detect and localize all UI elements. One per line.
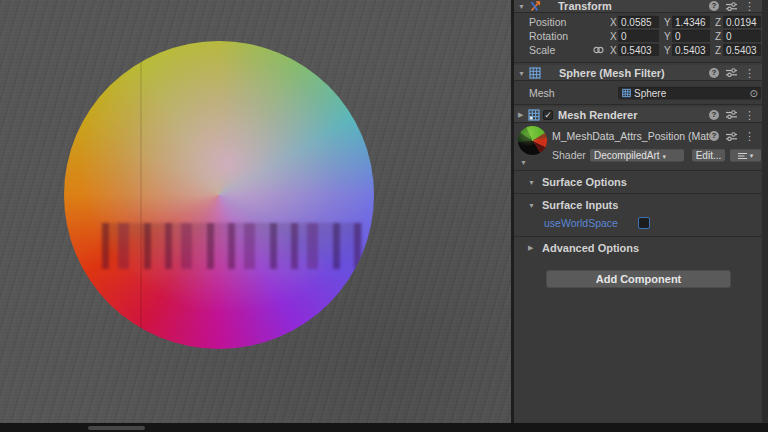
material-name: M_MeshData_Attrs_Position (Mat: [552, 130, 712, 142]
more-menu-icon[interactable]: ⋮: [744, 110, 755, 120]
mesh-filter-title: Sphere (Mesh Filter): [559, 67, 665, 79]
mesh-object-field[interactable]: Sphere ⊙: [618, 86, 761, 99]
divider: [514, 170, 762, 171]
y-axis-label: Y: [664, 16, 671, 27]
transform-icon: [529, 0, 542, 12]
rotation-row: Rotation X 0 Y 0 Z 0: [514, 29, 762, 42]
material-foldout-open-icon[interactable]: ▼: [520, 159, 527, 166]
position-z-field[interactable]: 0.0194: [723, 15, 761, 28]
mesh-value: Sphere: [634, 87, 666, 99]
x-axis-label: X: [610, 30, 617, 41]
rotation-y-field[interactable]: 0: [672, 29, 710, 42]
foldout-open-icon[interactable]: ▼: [518, 69, 525, 76]
scale-y-field[interactable]: 0.5403: [672, 43, 710, 56]
use-world-space-label: useWorldSpace: [544, 217, 618, 229]
scene-view[interactable]: [0, 0, 511, 423]
position-y-field[interactable]: 1.4346: [672, 15, 710, 28]
foldout-closed-icon[interactable]: ▶: [518, 111, 523, 119]
presets-icon[interactable]: [726, 2, 737, 11]
foldout-open-icon[interactable]: ▼: [528, 179, 535, 186]
more-menu-icon[interactable]: ⋮: [744, 1, 755, 11]
surface-inputs-row[interactable]: ▼ Surface Inputs: [514, 197, 762, 212]
advanced-options-row[interactable]: ▶ Advanced Options: [514, 240, 762, 256]
shader-dropdown[interactable]: DecompiledArt▾: [590, 149, 684, 162]
inspector-panel: ▼ Transform ?: [514, 0, 762, 423]
transform-title: Transform: [558, 0, 612, 12]
divider: [514, 62, 762, 63]
mesh-label: Mesh: [529, 87, 555, 99]
surface-options-title: Surface Options: [542, 176, 627, 188]
scale-label: Scale: [529, 44, 555, 56]
divider: [514, 236, 762, 237]
foldout-closed-icon[interactable]: ▶: [528, 244, 533, 252]
chevron-down-icon: ▾: [663, 153, 667, 160]
foldout-open-icon[interactable]: ▼: [528, 201, 535, 208]
y-axis-label: Y: [664, 30, 671, 41]
help-icon[interactable]: ?: [709, 1, 719, 11]
position-row: Position X 0.0585 Y 1.4346 Z 0.0194: [514, 15, 762, 28]
x-axis-label: X: [610, 44, 617, 55]
use-world-space-row: useWorldSpace: [514, 215, 762, 230]
scale-x-field[interactable]: 0.5403: [618, 43, 659, 56]
rotation-z-field[interactable]: 0: [723, 29, 761, 42]
material-name-row[interactable]: M_MeshData_Attrs_Position (Mat ? ⋮: [514, 126, 762, 146]
x-axis-label: X: [610, 16, 617, 27]
add-component-button[interactable]: Add Component: [546, 270, 731, 288]
help-icon[interactable]: ?: [709, 110, 719, 120]
z-axis-label: Z: [715, 16, 721, 27]
component-enabled-checkbox[interactable]: ✓: [543, 110, 553, 120]
rotation-x-field[interactable]: 0: [618, 29, 659, 42]
mesh-renderer-header[interactable]: ▶ ✓ Mesh Renderer ?: [514, 107, 762, 123]
shader-edit-button[interactable]: Edit...: [692, 149, 725, 162]
divider: [514, 104, 762, 105]
mesh-filter-icon: [529, 67, 541, 79]
foldout-open-icon[interactable]: ▼: [518, 3, 525, 10]
shader-label: Shader: [552, 149, 586, 161]
presets-icon[interactable]: [726, 68, 737, 77]
mesh-icon: [622, 89, 631, 98]
sphere-center-highlight: [64, 41, 374, 349]
sphere-seam-artifact: [140, 59, 142, 341]
scrollbar-handle[interactable]: [88, 426, 145, 430]
mesh-row: Mesh Sphere ⊙: [514, 85, 762, 100]
more-menu-icon[interactable]: ⋮: [744, 68, 755, 78]
presets-icon[interactable]: [726, 132, 737, 141]
transform-header[interactable]: ▼ Transform ?: [514, 0, 762, 13]
help-icon[interactable]: ?: [709, 68, 719, 78]
scale-z-field[interactable]: 0.5403: [723, 43, 761, 56]
object-picker-icon[interactable]: ⊙: [750, 87, 758, 99]
position-x-field[interactable]: 0.0585: [618, 15, 659, 28]
chevron-down-icon: ▾: [750, 150, 754, 162]
y-axis-label: Y: [664, 44, 671, 55]
help-icon[interactable]: ?: [709, 131, 719, 141]
mesh-filter-header[interactable]: ▼ Sphere (Mesh Filter) ?: [514, 65, 762, 81]
rotation-label: Rotation: [529, 30, 568, 42]
z-axis-label: Z: [715, 44, 721, 55]
divider: [514, 193, 762, 194]
inspector-scrollbar[interactable]: [762, 0, 768, 423]
surface-inputs-title: Surface Inputs: [542, 199, 618, 211]
mesh-renderer-title: Mesh Renderer: [558, 109, 637, 121]
position-label: Position: [529, 16, 566, 28]
use-world-space-checkbox[interactable]: [638, 217, 650, 229]
unity-editor-window: ▼ Transform ?: [0, 0, 768, 432]
shader-row: Shader DecompiledArt▾ Edit... ▾: [514, 147, 762, 163]
vertex-color-sphere: [64, 41, 374, 349]
advanced-options-title: Advanced Options: [542, 242, 639, 254]
presets-icon[interactable]: [726, 110, 737, 119]
link-scale-icon[interactable]: [593, 45, 604, 54]
scale-row: Scale X 0.5403 Y 0.5403 Z 0.5403: [514, 43, 762, 56]
z-axis-label: Z: [715, 30, 721, 41]
more-menu-icon[interactable]: ⋮: [744, 131, 755, 141]
list-icon: [738, 152, 747, 159]
mesh-renderer-icon: [528, 109, 540, 121]
material-properties-menu-button[interactable]: ▾: [730, 149, 761, 162]
bottom-status-bar: [0, 423, 768, 432]
surface-options-row[interactable]: ▼ Surface Options: [514, 172, 762, 192]
